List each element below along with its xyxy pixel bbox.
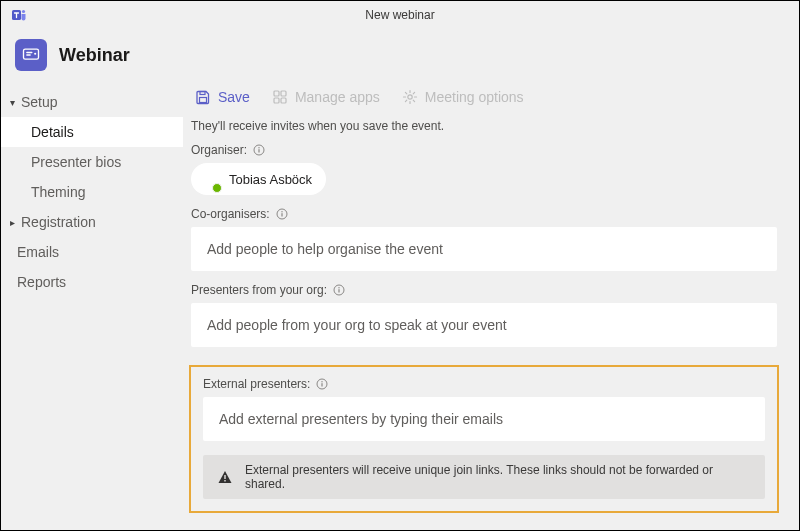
svg-rect-16 <box>281 213 282 216</box>
teams-app-icon <box>11 7 27 23</box>
sidebar-item-label: Presenter bios <box>31 154 121 170</box>
title-bar: New webinar <box>1 1 799 29</box>
svg-point-10 <box>408 95 412 99</box>
external-notice-text: External presenters will receive unique … <box>245 463 751 491</box>
save-icon <box>195 89 211 105</box>
invite-description: They'll receive invites when you save th… <box>189 115 779 143</box>
organiser-section: Organiser: Tobias Asböck <box>189 143 779 207</box>
svg-rect-22 <box>322 383 323 386</box>
presenters-org-section: Presenters from your org: Add people fro… <box>189 283 779 359</box>
svg-point-12 <box>258 147 259 148</box>
presence-available-icon <box>212 183 222 193</box>
svg-point-15 <box>281 211 282 212</box>
toolbar-button-label: Manage apps <box>295 89 380 105</box>
chevron-down-icon: ▾ <box>7 97 17 108</box>
sidebar-item-setup[interactable]: ▾ Setup <box>1 87 183 117</box>
svg-rect-23 <box>224 475 225 479</box>
organiser-name: Tobias Asböck <box>229 172 312 187</box>
svg-rect-9 <box>281 98 286 103</box>
warning-icon <box>217 469 233 485</box>
svg-rect-5 <box>200 98 207 103</box>
chevron-right-icon: ▸ <box>7 217 17 228</box>
webinar-icon <box>15 39 47 71</box>
svg-rect-2 <box>24 49 39 59</box>
sidebar: ▾ Setup Details Presenter bios Theming ▸… <box>1 81 183 526</box>
sidebar-item-label: Registration <box>21 214 96 230</box>
organiser-label: Organiser: <box>191 143 247 157</box>
co-organisers-input[interactable]: Add people to help organise the event <box>191 227 777 271</box>
organiser-pill: Tobias Asböck <box>191 163 326 195</box>
co-organisers-label: Co-organisers: <box>191 207 270 221</box>
svg-rect-7 <box>281 91 286 96</box>
sidebar-item-emails[interactable]: Emails <box>1 237 183 267</box>
sidebar-item-label: Theming <box>31 184 85 200</box>
sidebar-item-label: Emails <box>17 244 59 260</box>
svg-point-1 <box>22 10 25 13</box>
manage-apps-button[interactable]: Manage apps <box>272 89 380 105</box>
info-icon[interactable] <box>333 284 345 296</box>
window-title: New webinar <box>365 8 434 22</box>
sidebar-item-details[interactable]: Details <box>1 117 183 147</box>
page-header: Webinar <box>1 29 799 81</box>
sidebar-item-label: Setup <box>21 94 58 110</box>
organiser-avatar <box>195 166 221 192</box>
toolbar-button-label: Save <box>218 89 250 105</box>
external-notice: External presenters will receive unique … <box>203 455 765 499</box>
svg-rect-8 <box>274 98 279 103</box>
svg-rect-6 <box>274 91 279 96</box>
page-title: Webinar <box>59 45 130 66</box>
sidebar-item-presenter-bios[interactable]: Presenter bios <box>1 147 183 177</box>
sidebar-item-registration[interactable]: ▸ Registration <box>1 207 183 237</box>
toolbar: Save Manage apps <box>189 81 779 115</box>
svg-rect-24 <box>224 480 225 482</box>
info-icon[interactable] <box>316 378 328 390</box>
sidebar-item-reports[interactable]: Reports <box>1 267 183 297</box>
svg-rect-4 <box>200 92 205 95</box>
presenters-org-input[interactable]: Add people from your org to speak at you… <box>191 303 777 347</box>
svg-rect-13 <box>258 149 259 152</box>
svg-point-18 <box>338 287 339 288</box>
content-area: Save Manage apps <box>183 81 799 526</box>
svg-point-21 <box>322 381 323 382</box>
meeting-options-button[interactable]: Meeting options <box>402 89 524 105</box>
svg-point-3 <box>34 53 36 55</box>
external-presenters-input[interactable]: Add external presenters by typing their … <box>203 397 765 441</box>
apps-icon <box>272 89 288 105</box>
external-presenters-highlight: External presenters: Add external presen… <box>189 365 779 513</box>
svg-rect-19 <box>338 289 339 292</box>
gear-icon <box>402 89 418 105</box>
toolbar-button-label: Meeting options <box>425 89 524 105</box>
external-presenters-label: External presenters: <box>203 377 310 391</box>
sidebar-item-label: Reports <box>17 274 66 290</box>
sidebar-item-theming[interactable]: Theming <box>1 177 183 207</box>
sidebar-item-label: Details <box>31 124 74 140</box>
info-icon[interactable] <box>253 144 265 156</box>
save-button[interactable]: Save <box>195 89 250 105</box>
co-organisers-section: Co-organisers: Add people to help organi… <box>189 207 779 283</box>
presenters-org-label: Presenters from your org: <box>191 283 327 297</box>
info-icon[interactable] <box>276 208 288 220</box>
